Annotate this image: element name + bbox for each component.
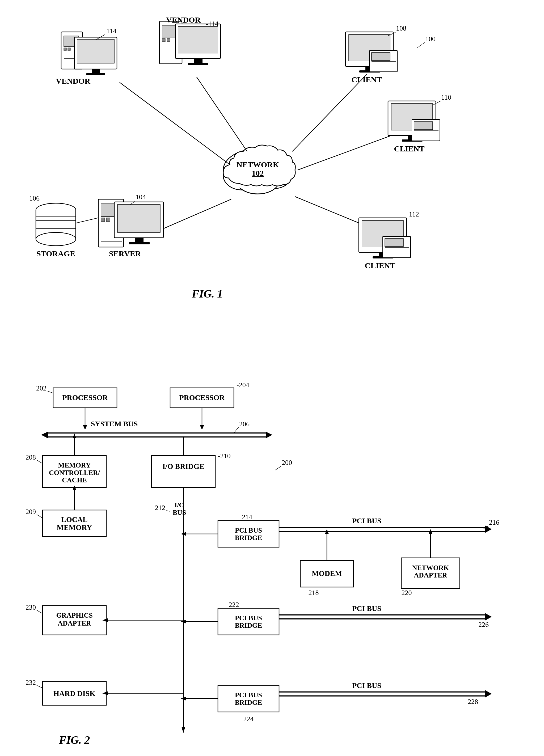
- svg-text:PCI BUS: PCI BUS: [352, 604, 381, 613]
- svg-text:NETWORK: NETWORK: [236, 160, 279, 169]
- svg-text:HARD DISK: HARD DISK: [53, 689, 95, 698]
- svg-text:106: 106: [29, 194, 40, 202]
- svg-text:212: 212: [155, 504, 165, 512]
- svg-line-112: [275, 466, 281, 470]
- svg-text:NETWORK: NETWORK: [412, 564, 449, 572]
- svg-rect-66: [385, 239, 404, 247]
- svg-rect-23: [92, 69, 100, 73]
- svg-text:PCI BUS: PCI BUS: [235, 526, 262, 534]
- svg-text:BUS: BUS: [173, 509, 186, 516]
- svg-marker-195: [181, 727, 185, 733]
- svg-marker-107: [41, 432, 48, 438]
- svg-text:MODEM: MODEM: [312, 569, 342, 577]
- svg-text:226: 226: [478, 621, 489, 628]
- svg-text:ADAPTER: ADAPTER: [58, 619, 91, 627]
- svg-text:208: 208: [25, 453, 36, 461]
- fig1-label: FIG. 1: [191, 288, 223, 300]
- svg-rect-78: [129, 242, 150, 244]
- svg-text:CLIENT: CLIENT: [351, 75, 382, 84]
- svg-marker-108: [266, 432, 273, 438]
- svg-text:PROCESSOR: PROCESSOR: [179, 393, 225, 402]
- svg-text:CONTROLLER/: CONTROLLER/: [49, 469, 100, 477]
- svg-line-129: [37, 515, 42, 518]
- svg-text:-210: -210: [218, 452, 231, 460]
- svg-rect-73: [106, 218, 110, 222]
- svg-line-175: [37, 610, 42, 614]
- svg-rect-36: [188, 63, 208, 65]
- page: NETWORK 102: [0, 0, 544, 756]
- svg-text:PCI BUS: PCI BUS: [235, 691, 262, 699]
- svg-text:-204: -204: [236, 381, 249, 389]
- svg-text:PCI BUS: PCI BUS: [235, 614, 262, 622]
- svg-rect-44: [372, 53, 390, 61]
- svg-marker-168: [485, 613, 492, 621]
- svg-marker-145: [485, 525, 492, 533]
- svg-text:ADAPTER: ADAPTER: [414, 571, 447, 579]
- svg-text:PCI BUS: PCI BUS: [352, 681, 381, 690]
- svg-line-92: [76, 218, 98, 223]
- fig2-svg: PROCESSOR 202 PROCESSOR -204 SYSTEM BUS: [21, 377, 523, 749]
- svg-marker-103: [200, 425, 204, 430]
- fig1-svg: NETWORK 102: [21, 16, 523, 361]
- svg-text:104: 104: [135, 193, 146, 201]
- svg-text:BRIDGE: BRIDGE: [235, 622, 262, 629]
- svg-text:202: 202: [36, 384, 46, 392]
- svg-text:100: 100: [425, 35, 436, 43]
- fig1-diagram: NETWORK 102: [21, 16, 523, 361]
- svg-text:222: 222: [229, 601, 239, 609]
- svg-line-135: [166, 511, 170, 511]
- svg-text:110: 110: [441, 94, 451, 101]
- svg-line-192: [37, 685, 42, 688]
- svg-text:SERVER: SERVER: [109, 249, 141, 258]
- svg-rect-19: [68, 48, 70, 50]
- svg-line-96: [47, 391, 53, 393]
- svg-text:STORAGE: STORAGE: [36, 249, 75, 258]
- svg-text:218: 218: [309, 589, 319, 597]
- svg-text:102: 102: [252, 169, 264, 177]
- svg-text:214: 214: [242, 513, 252, 521]
- svg-rect-119: [151, 456, 215, 487]
- svg-rect-24: [86, 73, 105, 75]
- fig2-label: FIG. 2: [59, 734, 90, 746]
- svg-text:BRIDGE: BRIDGE: [235, 699, 262, 706]
- svg-text:232: 232: [25, 679, 36, 686]
- svg-line-118: [37, 460, 42, 464]
- svg-text:SYSTEM BUS: SYSTEM BUS: [91, 420, 138, 428]
- svg-line-11: [197, 77, 247, 151]
- svg-rect-22: [77, 39, 114, 63]
- svg-rect-56: [414, 122, 433, 130]
- svg-rect-35: [194, 58, 202, 63]
- svg-text:-112: -112: [407, 210, 419, 218]
- svg-text:CLIENT: CLIENT: [394, 144, 424, 153]
- svg-text:230: 230: [25, 604, 36, 611]
- svg-text:216: 216: [489, 519, 499, 526]
- svg-text:GRAPHICS: GRAPHICS: [56, 611, 92, 619]
- svg-text:220: 220: [402, 589, 412, 597]
- svg-text:MEMORY: MEMORY: [57, 523, 92, 532]
- svg-text:224: 224: [243, 715, 254, 723]
- svg-rect-77: [135, 238, 143, 242]
- svg-text:PROCESSOR: PROCESSOR: [62, 393, 108, 402]
- svg-text:108: 108: [396, 24, 406, 32]
- svg-text:114: 114: [106, 27, 116, 35]
- svg-text:I/O BRIDGE: I/O BRIDGE: [162, 462, 204, 470]
- svg-rect-34: [178, 27, 218, 53]
- svg-text:VENDOR: VENDOR: [56, 77, 90, 85]
- svg-text:200: 200: [282, 459, 292, 466]
- svg-text:VENDOR: VENDOR: [166, 16, 201, 24]
- svg-text:PCI BUS: PCI BUS: [352, 517, 381, 525]
- svg-rect-72: [101, 218, 105, 222]
- svg-line-12: [292, 74, 367, 151]
- svg-rect-31: [167, 39, 170, 42]
- svg-marker-101: [83, 425, 87, 430]
- svg-line-50: [417, 43, 425, 48]
- svg-line-10: [120, 82, 230, 165]
- svg-line-13: [298, 133, 399, 170]
- svg-marker-186: [485, 690, 492, 698]
- svg-text:BRIDGE: BRIDGE: [235, 534, 262, 542]
- fig2-diagram: PROCESSOR 202 PROCESSOR -204 SYSTEM BUS: [21, 377, 523, 749]
- svg-text:209: 209: [25, 508, 36, 516]
- svg-text:CLIENT: CLIENT: [365, 261, 395, 270]
- svg-point-86: [36, 232, 76, 246]
- svg-text:MEMORY: MEMORY: [58, 461, 91, 469]
